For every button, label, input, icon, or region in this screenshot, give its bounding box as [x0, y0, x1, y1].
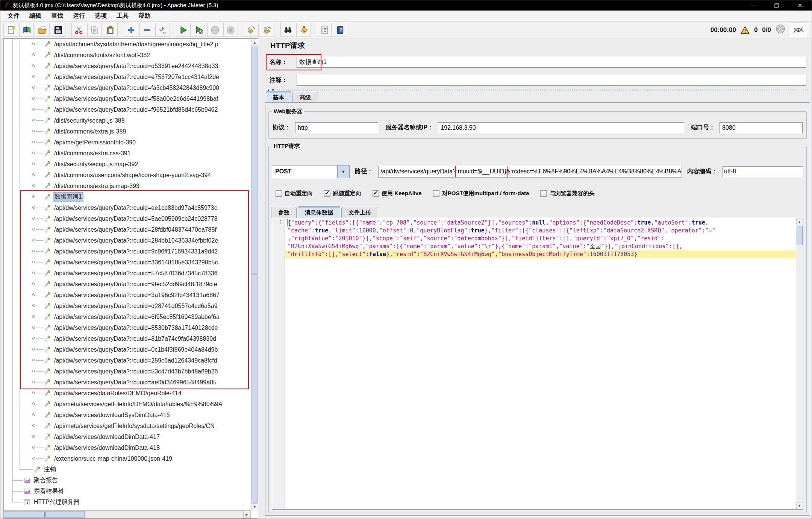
checkbox-icon[interactable] — [540, 190, 547, 197]
tab-body-data[interactable]: 消息体数据 — [298, 206, 340, 218]
multipart-checkbox[interactable]: 对POST使用multipart / form-data — [433, 190, 529, 197]
tree-expand-handle[interactable] — [32, 141, 35, 143]
tree-node[interactable]: /api/dw/services/queryData?:rcuuid=fa3cb… — [4, 82, 251, 93]
menu-file[interactable]: 文件 — [3, 11, 24, 21]
remove-button[interactable] — [139, 23, 154, 37]
tree-node[interactable]: HTTP代理服务器 — [4, 497, 251, 508]
tree-expand-handle[interactable] — [32, 250, 35, 252]
tree-node[interactable]: /dist/security/secapi.js.map-392 — [4, 159, 251, 170]
tree-node[interactable]: /api/dw/services/queryData?:rcuuid=9fec5… — [4, 279, 251, 290]
tree-node[interactable]: /api/meta/services/getFileInfo/DEMO/data… — [4, 399, 251, 410]
search-reset-button[interactable] — [296, 23, 311, 37]
tree-expand-handle[interactable] — [32, 348, 35, 351]
templates-button[interactable] — [19, 23, 34, 37]
tree-expand-handle[interactable] — [32, 162, 35, 165]
tree-expand-handle[interactable] — [32, 370, 35, 372]
tree-node[interactable]: /api/dw/services/queryData?:rcuuid=6f95e… — [4, 311, 251, 322]
path-input[interactable]: /api/dw/services/queryData?:rcuuid=${__U… — [378, 166, 682, 178]
tree-expand-handle[interactable] — [32, 359, 35, 361]
tree-node[interactable]: 注销 — [4, 464, 251, 475]
server-input[interactable] — [438, 122, 684, 133]
new-button[interactable] — [3, 23, 18, 37]
splitter[interactable]: ▲ ▼ — [267, 88, 809, 93]
shutdown-button[interactable] — [223, 23, 238, 37]
merge-button[interactable] — [155, 23, 170, 37]
tree-node[interactable]: /api/dw/services/queryData?:rcuuid=aef0d… — [4, 377, 251, 388]
tree-expand-handle[interactable] — [32, 315, 35, 318]
body-vscroll-thumb[interactable] — [797, 226, 803, 245]
paste-button[interactable] — [103, 23, 118, 37]
tree-expand-handle[interactable] — [32, 272, 35, 274]
browser-compatible-headers-checkbox[interactable]: 与浏览器兼容的头 — [540, 190, 594, 197]
tree-node[interactable]: /api/dw/services/downloadDimData-417 — [4, 431, 251, 442]
tree-expand-handle[interactable] — [32, 381, 35, 383]
comment-input[interactable] — [297, 75, 806, 86]
protocol-input[interactable] — [295, 122, 378, 133]
minimize-button[interactable]: ─ — [742, 0, 765, 11]
body-vertical-scrollbar[interactable]: ▲ ▼ — [796, 218, 803, 509]
tree-expand-handle[interactable] — [32, 446, 35, 449]
tree-node[interactable]: /api/attachment/sysdata/theme/dash/green… — [4, 39, 251, 50]
tree-node[interactable]: /api/dw/services/queryData?:rcuuid=3a196… — [4, 290, 251, 300]
auto-redirect-checkbox[interactable]: 自动重定向 — [276, 190, 313, 197]
chevron-down-icon[interactable]: ▼ — [337, 165, 349, 178]
scroll-up-arrow[interactable]: ▲ — [796, 218, 803, 225]
save-button[interactable] — [51, 23, 65, 37]
tree-node[interactable]: 聚合报告 — [4, 475, 251, 486]
copy-button[interactable] — [87, 23, 102, 37]
tree-node[interactable]: /api/dw/services/queryData?:rcuuid=d2874… — [4, 300, 251, 311]
checkbox-icon[interactable] — [373, 190, 379, 197]
tree-expand-handle[interactable] — [32, 402, 35, 405]
tree-node[interactable]: /api/dw/services/queryData?:rcuuid=53c47… — [4, 366, 251, 377]
open-button[interactable] — [35, 23, 50, 37]
clear-button[interactable] — [244, 23, 259, 37]
tree-node[interactable]: 察看结果树 — [4, 486, 251, 497]
tree-expand-handle[interactable] — [32, 206, 35, 209]
scroll-down-arrow[interactable]: ▼ — [796, 502, 803, 509]
search-button[interactable] — [280, 23, 295, 37]
tree-expand-handle[interactable] — [32, 108, 35, 111]
cut-button[interactable] — [71, 23, 86, 37]
tree-node[interactable]: /api/dw/services/queryData?:rcuuid=f9652… — [4, 104, 251, 115]
follow-redirects-checkbox[interactable]: 跟随重定向 — [324, 190, 361, 197]
help-button[interactable]: ? — [333, 23, 347, 37]
port-input[interactable] — [720, 122, 803, 133]
tree-expand-handle[interactable] — [32, 195, 35, 198]
tree-expand-handle[interactable] — [32, 239, 35, 241]
tree-node[interactable]: /dist/security/secapi.js-388 — [4, 115, 251, 126]
tree-node[interactable]: /api/me/getPermissionInfo-390 — [4, 137, 251, 148]
tab-parameters[interactable]: 参数 — [271, 207, 297, 218]
tree-horizontal-scrollbar[interactable]: ▶ — [4, 510, 251, 518]
scroll-right-arrow[interactable]: ▶ — [243, 511, 251, 518]
tree-node[interactable]: /dist/commons/extra.css-391 — [4, 148, 251, 159]
jmeter-logo-button[interactable] — [790, 23, 807, 37]
tree-expand-handle[interactable] — [32, 282, 35, 285]
warning-icon[interactable] — [741, 26, 750, 34]
tree-node[interactable]: /api/dw/services/queryData?:rcuuid=8530b… — [4, 322, 251, 333]
maximize-button[interactable] — [765, 0, 788, 11]
tree-expand-handle[interactable] — [32, 53, 35, 56]
tree-node[interactable]: /dist/commons/fonts/szfont.woff-382 — [4, 50, 251, 61]
encoding-input[interactable] — [723, 166, 803, 177]
tree-expand-handle[interactable] — [32, 130, 35, 132]
tree-expand-handle[interactable] — [32, 392, 35, 394]
tree-expand-handle[interactable] — [32, 173, 35, 176]
tree-node[interactable]: /api/dw/services/queryData?:rcuuid=81b7a… — [4, 333, 251, 344]
tab-advanced[interactable]: 高级 — [292, 92, 318, 103]
tree-node[interactable]: /api/dw/services/queryData?:rcuuid=5ae00… — [4, 213, 251, 224]
menu-edit[interactable]: 编辑 — [24, 11, 46, 21]
scroll-down-arrow[interactable]: ▼ — [251, 503, 258, 510]
tree-node[interactable]: /api/dw/services/dataRoles/DEMO/geoRole-… — [4, 388, 251, 399]
tree-node[interactable]: /api/dw/services/queryData?:rcuuid=284bb… — [4, 235, 251, 246]
tree-node[interactable]: 数据查询1 — [4, 191, 251, 202]
method-select[interactable]: POST ▼ — [272, 165, 350, 178]
tree-expand-handle[interactable] — [32, 435, 35, 438]
tree-node[interactable]: /api/dw/services/queryData?:rcuuid=33614… — [4, 257, 251, 268]
tree-node[interactable]: /api/dw/services/queryData?:rcuuid=f58a0… — [4, 93, 251, 104]
tree-node[interactable]: /api/dw/services/downloadDimData-418 — [4, 442, 251, 453]
tree-expand-handle[interactable] — [32, 457, 35, 460]
menu-tools[interactable]: 工具 — [112, 11, 133, 21]
menu-run[interactable]: 运行 — [68, 11, 90, 21]
tree-vertical-scrollbar[interactable]: ▲ ▼ — [251, 39, 258, 510]
body-data-editor[interactable]: 1 {"query":{"fields":[{"name":"cp_708","… — [272, 218, 803, 510]
